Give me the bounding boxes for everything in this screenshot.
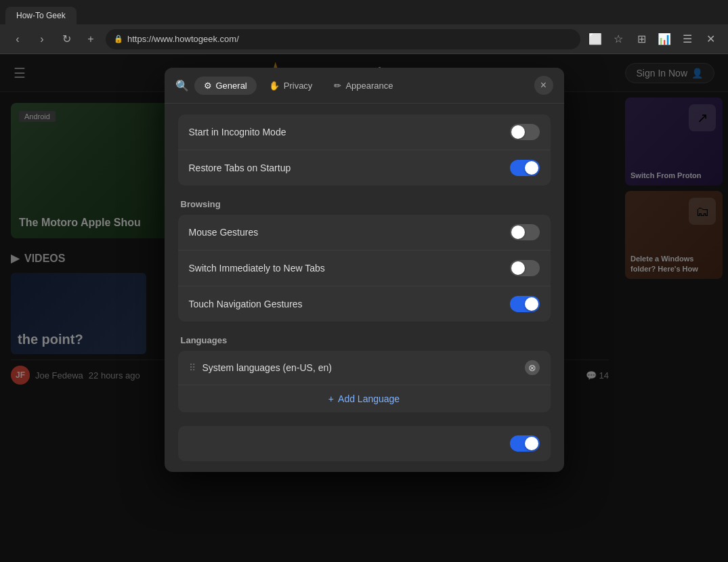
languages-section-label: Languages [178, 335, 551, 345]
touch-nav-knob [525, 297, 538, 311]
forward-button[interactable]: › [33, 30, 51, 49]
browsing-group: Mouse Gestures Switch Immediately to New… [178, 215, 551, 322]
bookmark-icon[interactable]: ☆ [609, 30, 628, 49]
browsing-section-label: Browsing [178, 199, 551, 209]
language-text: System languages (en-US, en) [202, 362, 518, 373]
switch-tabs-toggle[interactable] [510, 260, 540, 276]
restore-tabs-knob [525, 161, 538, 175]
tab-privacy-label: Privacy [284, 81, 313, 91]
modal-header: 🔍 ⚙ General ✋ Privacy ✏ Appearance [165, 68, 564, 104]
toolbar-actions: ⬜ ☆ ⊞ 📊 ☰ ✕ [586, 30, 720, 49]
cast-icon[interactable]: ⬜ [586, 30, 605, 49]
browser-tab[interactable]: How-To Geek [5, 7, 77, 24]
touch-nav-label: Touch Navigation Gestures [189, 299, 303, 309]
tab-bar: How-To Geek [0, 0, 728, 24]
browser-chrome: How-To Geek ‹ › ↻ + 🔒 https://www.howtog… [0, 0, 728, 54]
languages-group: ⠿ System languages (en-US, en) ⊗ + Add L… [178, 351, 551, 412]
modal-tabs: ⚙ General ✋ Privacy ✏ Appearance [194, 77, 529, 95]
grid-icon[interactable]: ⊞ [632, 30, 651, 49]
restore-tabs-label: Restore Tabs on Startup [189, 163, 291, 173]
add-language-label: Add Language [338, 393, 400, 404]
modal-body: Start in Incognito Mode Restore Tabs on … [165, 104, 564, 472]
browsing-section: Browsing Mouse Gestures Switch Immediate… [165, 196, 564, 332]
extra-group [178, 426, 551, 461]
switch-tabs-label: Switch Immediately to New Tabs [189, 263, 325, 274]
lock-icon: 🔒 [114, 35, 123, 43]
settings-search-icon[interactable]: 🔍 [175, 79, 189, 92]
add-language-row[interactable]: + Add Language [178, 385, 551, 412]
mouse-gestures-label: Mouse Gestures [189, 227, 259, 238]
switch-tabs-row: Switch Immediately to New Tabs [178, 251, 551, 286]
hand-icon: ✋ [269, 81, 280, 91]
incognito-row: Start in Incognito Mode [178, 114, 551, 150]
mouse-gestures-row: Mouse Gestures [178, 215, 551, 251]
close-icon[interactable]: ✕ [701, 30, 720, 49]
incognito-label: Start in Incognito Mode [189, 127, 286, 137]
drag-handle-icon[interactable]: ⠿ [189, 362, 196, 373]
touch-nav-toggle[interactable] [510, 296, 540, 312]
reload-button[interactable]: ↻ [57, 30, 76, 49]
new-tab-button[interactable]: + [81, 30, 100, 49]
mouse-gestures-knob [511, 225, 525, 239]
gear-icon: ⚙ [204, 81, 212, 91]
pen-icon: ✏ [334, 81, 341, 91]
url-text: https://www.howtogeek.com/ [127, 34, 239, 44]
website-content: ☰ How-To Geek Sign In Now 👤 Android The … [0, 54, 728, 562]
languages-section: Languages ⠿ System languages (en-US, en)… [165, 332, 564, 423]
startup-group: Start in Incognito Mode Restore Tabs on … [178, 114, 551, 186]
add-icon: + [328, 393, 334, 404]
stats-icon[interactable]: 📊 [655, 30, 674, 49]
extra-row [178, 426, 551, 461]
language-row: ⠿ System languages (en-US, en) ⊗ [178, 351, 551, 385]
mouse-gestures-toggle[interactable] [510, 224, 540, 240]
extra-section [165, 423, 564, 472]
extra-knob [525, 437, 538, 450]
address-bar[interactable]: 🔒 https://www.howtogeek.com/ [106, 29, 580, 49]
back-button[interactable]: ‹ [8, 30, 27, 49]
settings-modal: 🔍 ⚙ General ✋ Privacy ✏ Appearance [165, 68, 564, 472]
incognito-toggle[interactable] [510, 124, 540, 140]
startup-section: Start in Incognito Mode Restore Tabs on … [165, 104, 564, 196]
extra-toggle[interactable] [510, 435, 540, 452]
tab-general[interactable]: ⚙ General [194, 77, 257, 95]
remove-language-button[interactable]: ⊗ [525, 360, 540, 375]
modal-overlay[interactable]: 🔍 ⚙ General ✋ Privacy ✏ Appearance [0, 54, 728, 562]
touch-nav-row: Touch Navigation Gestures [178, 286, 551, 322]
restore-tabs-toggle[interactable] [510, 160, 540, 176]
incognito-knob [511, 125, 525, 139]
tab-privacy[interactable]: ✋ Privacy [259, 77, 322, 95]
toolbar: ‹ › ↻ + 🔒 https://www.howtogeek.com/ ⬜ ☆… [0, 24, 728, 54]
menu-icon[interactable]: ☰ [678, 30, 697, 49]
tab-title: How-To Geek [16, 11, 66, 20]
restore-tabs-row: Restore Tabs on Startup [178, 150, 551, 186]
modal-close-button[interactable]: × [534, 76, 553, 95]
tab-general-label: General [216, 81, 247, 91]
switch-tabs-knob [511, 261, 525, 275]
tab-appearance[interactable]: ✏ Appearance [324, 77, 402, 95]
tab-appearance-label: Appearance [345, 81, 393, 91]
